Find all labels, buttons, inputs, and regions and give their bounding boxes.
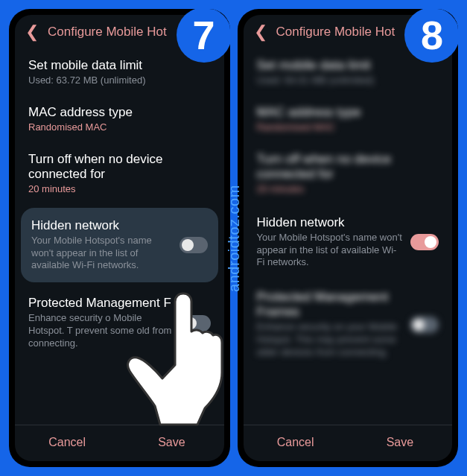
setting-title: Set mobile data limit: [257, 58, 439, 73]
setting-hidden-network[interactable]: Hidden network Your Mobile Hotspot's nam…: [21, 208, 218, 283]
hidden-network-toggle[interactable]: [410, 234, 439, 250]
footer-bar: Cancel Save: [244, 425, 453, 461]
screen-7: ❮ Configure Mobile Hot Set mobile data l…: [15, 15, 224, 461]
setting-pmf[interactable]: Protected Management F Enhance security …: [15, 285, 224, 361]
setting-subtitle: Used: 64.01 MB (unlimited): [257, 74, 439, 87]
setting-timeout[interactable]: Turn off when no device connected for 20…: [244, 143, 453, 205]
settings-list: Set mobile data limit Used: 64.01 MB (un…: [244, 49, 453, 425]
setting-subtitle: Enhance security on your Mobile Hotspot.…: [257, 321, 404, 359]
setting-hidden-network[interactable]: Hidden network Your Mobile Hotspot's nam…: [244, 205, 453, 280]
step-badge-8: 8: [404, 9, 458, 63]
step-badge-7: 7: [177, 9, 230, 63]
page-title: Configure Mobile Hot: [276, 25, 395, 39]
back-icon[interactable]: ❮: [25, 24, 39, 40]
setting-title: Turn off when no device connected for: [28, 152, 211, 182]
phone-frame-8: 8 ❮ Configure Mobile Hot Set mobile data…: [238, 9, 459, 467]
cancel-button[interactable]: Cancel: [15, 436, 119, 449]
setting-subtitle: Used: 63.72 MB (unlimited): [28, 74, 211, 87]
back-icon[interactable]: ❮: [254, 24, 267, 40]
phone-frame-7: 7 ❮ Configure Mobile Hot Set mobile data…: [9, 9, 230, 467]
save-button[interactable]: Save: [119, 436, 223, 449]
setting-title: MAC address type: [257, 105, 439, 120]
setting-title: Turn off when no device connected for: [257, 152, 439, 182]
hidden-network-toggle[interactable]: [180, 237, 208, 253]
setting-title: Protected Management Frames: [257, 290, 404, 320]
setting-subtitle: 20 minutes: [257, 183, 439, 196]
setting-subtitle: Randomised MAC: [257, 121, 439, 134]
setting-pmf[interactable]: Protected Management Frames Enhance secu…: [244, 279, 453, 369]
setting-mac-type[interactable]: MAC address type Randomised MAC: [15, 96, 224, 143]
setting-title: MAC address type: [28, 105, 211, 120]
footer-bar: Cancel Save: [15, 425, 224, 461]
screen-8: ❮ Configure Mobile Hot Set mobile data l…: [244, 15, 453, 461]
page-title: Configure Mobile Hot: [48, 25, 167, 39]
setting-subtitle: Your Mobile Hotspot's name won't appear …: [31, 235, 172, 273]
setting-title: Hidden network: [257, 215, 404, 230]
setting-title: Protected Management F: [28, 296, 175, 311]
setting-title: Set mobile data limit: [28, 58, 211, 73]
pmf-toggle[interactable]: [182, 315, 211, 331]
setting-subtitle: 20 minutes: [28, 183, 211, 196]
setting-timeout[interactable]: Turn off when no device connected for 20…: [15, 143, 224, 205]
setting-mac-type[interactable]: MAC address type Randomised MAC: [244, 96, 453, 143]
settings-list: Set mobile data limit Used: 63.72 MB (un…: [15, 49, 224, 425]
cancel-button[interactable]: Cancel: [244, 436, 348, 449]
setting-subtitle: Enhance security o Mobile Hotspot. T pre…: [28, 312, 175, 350]
setting-subtitle: Your Mobile Hotspot's name won't appear …: [257, 232, 404, 270]
save-button[interactable]: Save: [348, 436, 452, 449]
pmf-toggle[interactable]: [410, 317, 439, 333]
setting-title: Hidden network: [31, 218, 172, 233]
setting-subtitle: Randomised MAC: [28, 121, 211, 134]
